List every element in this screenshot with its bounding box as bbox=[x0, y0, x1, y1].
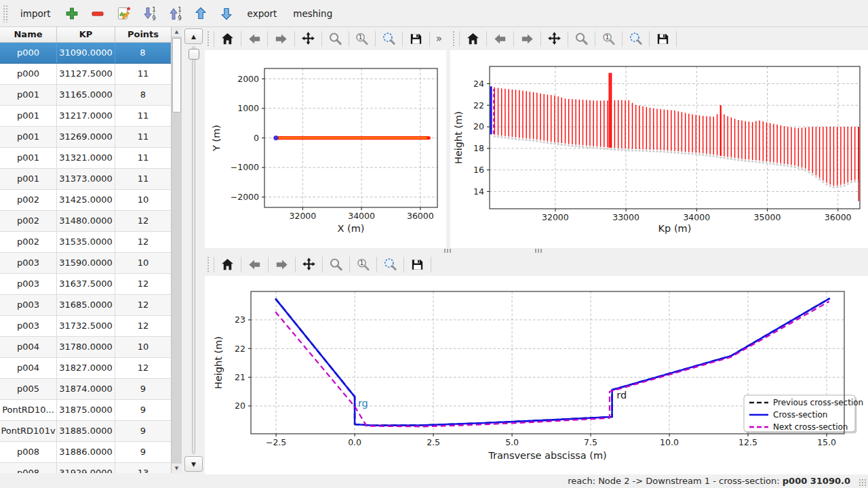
home-button[interactable] bbox=[462, 29, 484, 48]
zoom-fit-button[interactable] bbox=[378, 29, 400, 48]
table-row[interactable]: p00431827.000012 bbox=[0, 358, 171, 379]
table-row[interactable]: p00231425.000010 bbox=[0, 190, 171, 211]
table-row[interactable]: p00131165.00008 bbox=[0, 85, 171, 106]
table-row[interactable]: p00431780.000010 bbox=[0, 337, 171, 358]
forward-button[interactable] bbox=[271, 255, 293, 274]
table-row[interactable]: PontRD10...31875.00009 bbox=[0, 400, 171, 421]
zoom-button[interactable] bbox=[570, 29, 593, 48]
table-row[interactable]: p00031127.500011 bbox=[0, 64, 171, 85]
back-button[interactable] bbox=[489, 29, 511, 48]
cell-points: 12 bbox=[115, 211, 171, 231]
forward-button[interactable] bbox=[270, 29, 292, 48]
svg-text:36000: 36000 bbox=[407, 211, 434, 221]
column-header-kp[interactable]: KP bbox=[57, 27, 115, 42]
table-row[interactable]: p00131269.000011 bbox=[0, 127, 171, 148]
remove-icon bbox=[90, 5, 106, 22]
table-row[interactable]: p00831929.000013 bbox=[0, 463, 171, 473]
table-row[interactable]: p00131217.000011 bbox=[0, 106, 171, 127]
profile-view-canvas[interactable]: 3200033000340003500036000141618202224Kp … bbox=[450, 50, 868, 247]
edit-cross-section-button[interactable] bbox=[111, 3, 136, 24]
cell-points: 8 bbox=[115, 85, 171, 105]
move-down-button[interactable] bbox=[214, 3, 239, 24]
horizontal-splitter[interactable] bbox=[205, 248, 868, 253]
back-button[interactable] bbox=[243, 29, 266, 48]
pan-button[interactable] bbox=[297, 29, 319, 48]
table-row[interactable]: p00231535.000012 bbox=[0, 232, 171, 253]
home-icon bbox=[465, 31, 481, 47]
meshing-button[interactable]: meshing bbox=[285, 3, 340, 24]
toolbar-grip[interactable] bbox=[3, 5, 7, 22]
add-cross-section-button[interactable] bbox=[60, 3, 84, 24]
home-button[interactable] bbox=[216, 255, 239, 274]
nav-down-button[interactable]: ▼ bbox=[184, 456, 203, 472]
zoom-one-icon: 1 bbox=[601, 31, 616, 47]
plan-view-canvas[interactable]: 320003400036000−2000−1000010002000X (m)Y… bbox=[205, 50, 446, 247]
import-button[interactable]: import bbox=[13, 3, 58, 24]
cell-points: 11 bbox=[115, 64, 171, 84]
table-scrollbar-thumb[interactable] bbox=[172, 38, 181, 113]
cell-name: p003 bbox=[0, 295, 57, 315]
sort-ascending-button[interactable]: 19 bbox=[163, 3, 187, 24]
table-row[interactable]: p00231480.000012 bbox=[0, 211, 171, 232]
toolbar-separator bbox=[622, 31, 623, 47]
pan-button[interactable] bbox=[543, 29, 566, 48]
pan-button[interactable] bbox=[298, 255, 320, 274]
toolbar-grip[interactable] bbox=[207, 30, 210, 47]
nav-slider-thumb[interactable] bbox=[189, 49, 199, 60]
splitter-handle[interactable] bbox=[534, 249, 542, 253]
table-row[interactable]: p00531874.00009 bbox=[0, 379, 171, 400]
zoom-one-button[interactable]: 1 bbox=[352, 255, 374, 274]
column-header-points[interactable]: Points bbox=[115, 27, 171, 42]
save-button[interactable] bbox=[406, 255, 429, 274]
legend-entry: Cross-section bbox=[773, 410, 827, 420]
zoom-button[interactable] bbox=[324, 29, 347, 48]
table-row[interactable]: p00331637.500012 bbox=[0, 274, 171, 295]
remove-cross-section-button[interactable] bbox=[85, 3, 110, 24]
toolbar-separator bbox=[214, 257, 214, 272]
nav-slider-track[interactable] bbox=[192, 46, 195, 454]
column-header-name[interactable]: Name bbox=[0, 27, 57, 42]
table-row[interactable]: p00131373.000011 bbox=[0, 169, 171, 190]
toolbar-separator bbox=[322, 257, 323, 272]
export-button[interactable]: export bbox=[240, 3, 285, 24]
toolbar-grip[interactable] bbox=[207, 256, 210, 272]
save-button[interactable] bbox=[652, 29, 674, 48]
home-button[interactable] bbox=[216, 29, 239, 48]
toolbar-overflow-button[interactable]: » bbox=[432, 33, 446, 45]
table-row[interactable]: p00831886.00009 bbox=[0, 442, 171, 463]
save-button[interactable] bbox=[405, 29, 427, 48]
selected-cross-section-point bbox=[273, 136, 278, 140]
scroll-down-icon[interactable]: ▼ bbox=[172, 464, 182, 473]
tick-labels: 320003400036000−2000−1000010002000 bbox=[231, 74, 434, 221]
zoom-one-button[interactable]: 1 bbox=[351, 29, 374, 48]
splitter-handle[interactable] bbox=[443, 249, 452, 253]
cell-name: p002 bbox=[0, 232, 57, 252]
forward-icon bbox=[274, 257, 290, 272]
back-button[interactable] bbox=[243, 255, 266, 274]
table-row[interactable]: p00331685.000012 bbox=[0, 295, 171, 316]
sort-descending-icon: 19 bbox=[141, 5, 157, 22]
table-row[interactable]: p00031090.00008 bbox=[0, 43, 171, 64]
forward-button[interactable] bbox=[516, 29, 538, 48]
sort-descending-button[interactable]: 19 bbox=[137, 3, 161, 24]
cell-points: 9 bbox=[115, 421, 171, 441]
zoom-fit-button[interactable] bbox=[625, 29, 647, 48]
table-scrollbar[interactable]: ▲ ▼ bbox=[171, 27, 182, 473]
svg-text:12.5: 12.5 bbox=[738, 437, 757, 447]
y-axis-label: Height (m) bbox=[453, 111, 464, 164]
zoom-one-button[interactable]: 1 bbox=[597, 29, 620, 48]
cross-section-view-canvas[interactable]: rgrdPrevious cross-sectionCross-sectionN… bbox=[205, 276, 868, 474]
table-row[interactable]: PontRD101v31885.00009 bbox=[0, 421, 171, 442]
table-row[interactable]: p00331590.000010 bbox=[0, 253, 171, 274]
table-row[interactable]: p00331732.500012 bbox=[0, 316, 171, 337]
toolbar-grip[interactable] bbox=[452, 30, 456, 47]
zoom-button[interactable] bbox=[325, 255, 347, 274]
nav-up-button[interactable]: ▲ bbox=[184, 28, 203, 44]
zoom-fit-button[interactable] bbox=[379, 255, 401, 274]
table-row[interactable]: p00131321.000011 bbox=[0, 148, 171, 169]
resize-grip[interactable] bbox=[859, 479, 867, 487]
move-up-button[interactable] bbox=[189, 3, 213, 24]
pan-icon bbox=[547, 31, 562, 47]
scroll-up-icon[interactable]: ▲ bbox=[172, 27, 182, 37]
x-axis-label: Transverse abscissa (m) bbox=[488, 450, 607, 461]
